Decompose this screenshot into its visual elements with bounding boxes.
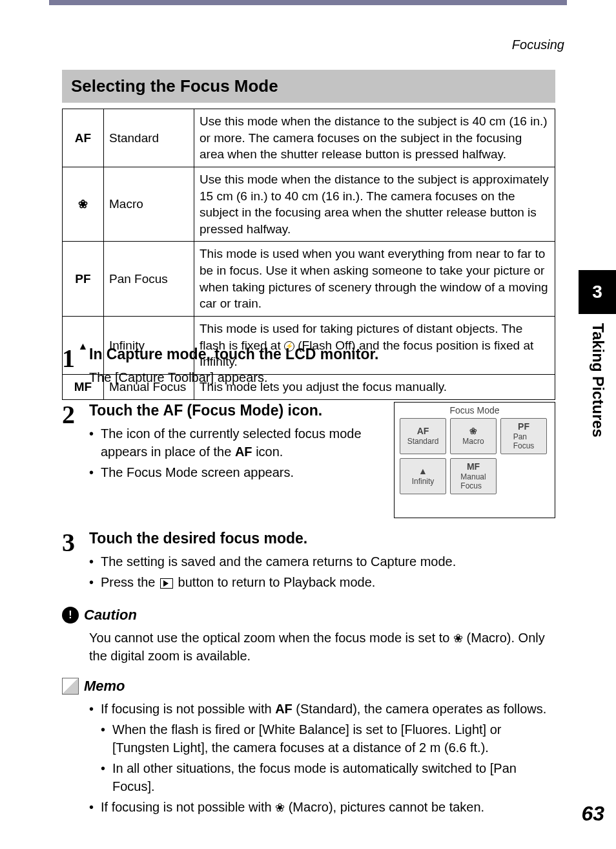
caution-body: You cannot use the optical zoom when the… <box>89 629 555 665</box>
step-number: 1 <box>62 346 89 390</box>
mode-desc-cell: This mode is used when you want everythi… <box>194 242 555 317</box>
mode-icon-cell: AF <box>63 109 104 167</box>
section-heading: Selecting the Focus Mode <box>62 70 555 103</box>
step-2: 2 Touch the AF (Focus Mode) icon. The ic… <box>62 402 555 518</box>
memo-body: If focusing is not possible with AF (Sta… <box>89 700 555 816</box>
mode-icon-cell: PF <box>63 242 104 317</box>
memo-sub-bullet: In all other situations, the focus mode … <box>89 759 555 795</box>
step-heading: Touch the desired focus mode. <box>89 530 555 547</box>
step-bullet: Press the button to return to Playback m… <box>89 573 555 591</box>
caution-title: Caution <box>84 607 137 624</box>
mode-desc-cell: Use this mode when the distance to the s… <box>194 109 555 167</box>
step-subtext: The [Capture Toolbar] appears. <box>89 368 555 386</box>
lcd-title: Focus Mode <box>395 403 555 418</box>
memo-icon <box>62 678 79 695</box>
page-number: 63 <box>581 802 604 826</box>
playback-icon <box>160 578 173 589</box>
steps-container: 1 In Capture mode, touch the LCD monitor… <box>62 346 555 819</box>
table-row: AF Standard Use this mode when the dista… <box>63 109 555 167</box>
memo-bullet: If focusing is not possible with AF (Sta… <box>89 700 555 718</box>
step-3: 3 Touch the desired focus mode. The sett… <box>62 530 555 594</box>
macro-icon: ❀ <box>78 198 88 211</box>
step-number: 2 <box>62 402 89 518</box>
mode-name-cell: Pan Focus <box>104 242 194 317</box>
mode-name-cell: Macro <box>104 167 194 242</box>
lcd-option-macro: ❀Macro <box>450 418 497 454</box>
memo-header: Memo <box>62 678 555 695</box>
memo-bullet: If focusing is not possible with ❀ (Macr… <box>89 798 555 816</box>
caution-icon: ! <box>62 607 79 624</box>
top-accent-bar <box>49 0 567 5</box>
macro-icon: ❀ <box>275 801 285 814</box>
mode-icon-cell: ❀ <box>63 167 104 242</box>
lcd-option-standard: AFStandard <box>400 418 446 454</box>
step-number: 3 <box>62 530 89 594</box>
step-bullet: The setting is saved and the camera retu… <box>89 552 555 571</box>
macro-icon: ❀ <box>453 632 463 645</box>
memo-sub-bullet: When the flash is fired or [White Balanc… <box>89 720 555 757</box>
caution-header: ! Caution <box>62 607 555 624</box>
table-row: PF Pan Focus This mode is used when you … <box>63 242 555 317</box>
lcd-option-panfocus: PFPan Focus <box>500 418 547 454</box>
step-heading: In Capture mode, touch the LCD monitor. <box>89 346 555 363</box>
memo-title: Memo <box>84 678 125 695</box>
step-heading: Touch the AF (Focus Mode) icon. <box>89 402 387 419</box>
chapter-title-vertical: Taking Pictures <box>589 323 607 437</box>
step-1: 1 In Capture mode, touch the LCD monitor… <box>62 346 555 390</box>
table-row: ❀ Macro Use this mode when the distance … <box>63 167 555 242</box>
step-bullet: The Focus Mode screen appears. <box>89 463 387 481</box>
chapter-tab: 3 <box>579 270 616 314</box>
mode-name-cell: Standard <box>104 109 194 167</box>
mode-desc-cell: Use this mode when the distance to the s… <box>194 167 555 242</box>
step-bullet: The icon of the currently selected focus… <box>89 424 387 461</box>
lcd-option-mf: MFManual Focus <box>450 458 497 494</box>
running-header: Focusing <box>512 37 564 52</box>
lcd-screenshot: Focus Mode AFStandard ❀Macro PFPan Focus… <box>394 402 555 518</box>
lcd-option-infinity: ▲Infinity <box>400 458 446 494</box>
